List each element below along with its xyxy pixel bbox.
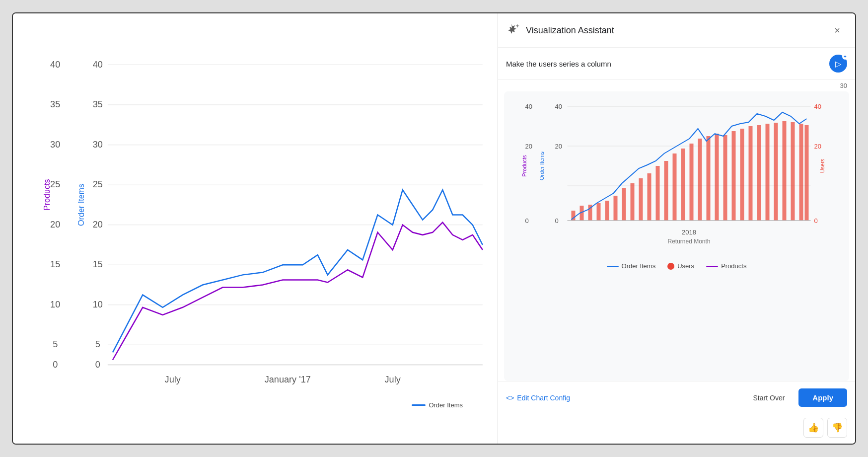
svg-text:January '17: January '17 (265, 375, 311, 384)
svg-text:10: 10 (93, 300, 103, 309)
svg-text:0: 0 (525, 217, 529, 225)
send-icon: ▷ (835, 59, 841, 69)
svg-text:20: 20 (93, 220, 103, 229)
svg-text:Order Items: Order Items (539, 151, 545, 180)
close-button[interactable]: × (829, 22, 845, 38)
svg-text:40: 40 (50, 60, 60, 70)
svg-text:Order Items: Order Items (76, 184, 85, 226)
svg-rect-76 (799, 124, 803, 221)
svg-text:40: 40 (93, 60, 103, 70)
main-frame: 40 35 30 25 20 15 10 5 0 40 35 30 25 20 … (12, 12, 856, 445)
preview-legend-line-order-items (607, 266, 619, 267)
svg-rect-69 (740, 129, 744, 221)
svg-rect-64 (698, 139, 702, 221)
svg-text:20: 20 (525, 143, 532, 150)
svg-rect-61 (673, 153, 677, 221)
svg-text:5: 5 (95, 339, 100, 349)
svg-rect-66 (715, 134, 719, 221)
svg-text:Products: Products (43, 179, 51, 211)
svg-text:20: 20 (814, 143, 821, 150)
svg-text:40: 40 (525, 103, 532, 110)
svg-rect-58 (648, 173, 651, 221)
svg-rect-67 (723, 135, 727, 221)
svg-text:15: 15 (93, 259, 103, 269)
preview-legend-label-users: Users (677, 262, 694, 270)
preview-legend-label-order-items: Order Items (622, 262, 656, 270)
svg-text:0: 0 (53, 360, 58, 370)
svg-rect-63 (690, 144, 694, 221)
legend-line-order-items (412, 404, 426, 406)
left-chart-panel: 40 35 30 25 20 15 10 5 0 40 35 30 25 20 … (13, 13, 498, 444)
svg-text:20: 20 (50, 220, 60, 229)
character-counter: 30 (498, 80, 855, 91)
svg-text:20: 20 (555, 143, 562, 150)
svg-text:July: July (385, 375, 401, 384)
spark-icon: ✦ (842, 54, 848, 60)
preview-chart-container: 40 20 0 40 20 0 40 20 0 Products Order I… (504, 91, 849, 381)
svg-rect-54 (614, 196, 618, 221)
preview-legend-line-products (706, 266, 718, 267)
svg-text:35: 35 (93, 99, 103, 109)
left-chart-legend: Order Items (43, 396, 493, 414)
preview-legend-dot-users (667, 263, 674, 270)
edit-chart-button[interactable]: <> Edit Chart Config (506, 394, 570, 402)
svg-text:25: 25 (93, 179, 103, 189)
svg-rect-72 (766, 124, 770, 221)
preview-chart-legend: Order Items Users Products (512, 257, 841, 275)
svg-rect-52 (597, 203, 601, 221)
svg-rect-65 (707, 136, 711, 221)
svg-text:40: 40 (555, 103, 562, 110)
query-input[interactable] (506, 60, 824, 68)
va-title: Visualization Assistant (526, 25, 823, 36)
visualization-assistant-panel: Visualization Assistant × ▷ ✦ 30 40 20 (498, 13, 855, 444)
thumbs-up-button[interactable]: 👍 (803, 418, 823, 438)
svg-text:0: 0 (555, 217, 559, 225)
svg-rect-75 (791, 122, 795, 221)
legend-label-order-items: Order Items (429, 401, 463, 409)
va-actions-row: <> Edit Chart Config Start Over Apply (498, 381, 855, 414)
svg-rect-57 (639, 178, 643, 221)
start-over-button[interactable]: Start Over (745, 390, 793, 406)
preview-legend-order-items: Order Items (607, 262, 656, 270)
svg-rect-55 (622, 188, 626, 221)
svg-text:15: 15 (50, 259, 60, 269)
svg-rect-70 (749, 126, 753, 221)
svg-text:30: 30 (93, 140, 103, 150)
thumbs-down-button[interactable]: 👎 (827, 418, 847, 438)
svg-text:2018: 2018 (682, 228, 696, 236)
legend-order-items: Order Items (412, 401, 463, 409)
svg-rect-71 (757, 125, 761, 221)
apply-button[interactable]: Apply (798, 388, 847, 407)
svg-text:0: 0 (95, 360, 100, 370)
svg-text:0: 0 (814, 217, 818, 225)
svg-rect-62 (681, 149, 685, 221)
send-button[interactable]: ▷ ✦ (829, 55, 847, 73)
va-input-row: ▷ ✦ (498, 48, 855, 80)
svg-text:35: 35 (50, 99, 60, 109)
svg-text:July: July (165, 375, 181, 384)
svg-text:10: 10 (50, 300, 60, 309)
svg-rect-60 (664, 161, 668, 221)
preview-legend-label-products: Products (721, 262, 746, 270)
code-icon: <> (506, 394, 514, 402)
edit-chart-label: Edit Chart Config (517, 394, 570, 402)
svg-text:Returned Month: Returned Month (667, 238, 710, 245)
svg-rect-59 (656, 166, 660, 221)
svg-rect-56 (631, 183, 635, 221)
svg-text:Products: Products (521, 155, 527, 177)
svg-text:25: 25 (50, 179, 60, 189)
svg-rect-73 (774, 123, 778, 221)
feedback-row: 👍 👎 (498, 414, 855, 444)
svg-rect-74 (783, 121, 787, 221)
svg-text:5: 5 (53, 339, 58, 349)
svg-rect-53 (605, 201, 609, 221)
svg-rect-77 (805, 125, 809, 221)
preview-legend-users: Users (667, 262, 694, 270)
svg-text:Users: Users (819, 158, 825, 173)
main-chart-area: 40 35 30 25 20 15 10 5 0 40 35 30 25 20 … (43, 23, 493, 396)
va-header: Visualization Assistant × (498, 13, 855, 48)
svg-text:30: 30 (50, 140, 60, 150)
preview-legend-products: Products (706, 262, 746, 270)
svg-rect-68 (732, 131, 736, 221)
svg-text:40: 40 (814, 103, 821, 110)
